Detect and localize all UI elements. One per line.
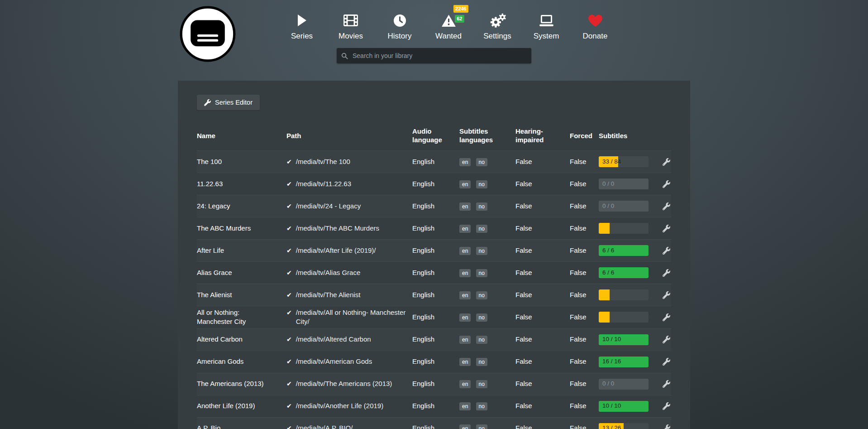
subtitles-languages-cell: en no bbox=[459, 424, 515, 429]
wrench-icon[interactable] bbox=[663, 336, 670, 343]
series-name[interactable]: Alias Grace bbox=[197, 268, 286, 277]
language-badge: no bbox=[476, 402, 487, 410]
bazarr-logo[interactable] bbox=[179, 5, 236, 63]
wrench-icon[interactable] bbox=[663, 225, 670, 232]
series-name[interactable]: Altered Carbon bbox=[197, 335, 286, 344]
subtitles-languages-cell: en no bbox=[459, 313, 515, 322]
wrench-icon[interactable] bbox=[663, 358, 670, 366]
subtitles-progress-fill bbox=[599, 312, 610, 323]
subtitles-progress-label: 6 / 6 bbox=[602, 246, 614, 255]
series-path-text: /media/tv/24 - Legacy bbox=[296, 202, 361, 211]
wrench-icon[interactable] bbox=[663, 202, 670, 210]
series-table: Name Path Audio language Subtitles langu… bbox=[197, 124, 671, 429]
wrench-icon[interactable] bbox=[663, 291, 670, 299]
column-header-name: Name bbox=[197, 132, 286, 140]
nav-item-system[interactable]: System bbox=[525, 11, 567, 41]
hearing-impaired-value: False bbox=[515, 424, 570, 429]
check-icon: ✔ bbox=[286, 424, 292, 429]
subtitles-cell: 6 / 6 bbox=[599, 245, 656, 256]
subtitles-progress-label: 10 / 10 bbox=[602, 335, 621, 343]
series-path-text: /media/tv/The 100 bbox=[296, 157, 350, 166]
series-name[interactable]: American Gods bbox=[197, 357, 286, 366]
heart-icon bbox=[588, 11, 602, 30]
forced-value: False bbox=[570, 179, 599, 188]
nav-item-movies[interactable]: Movies bbox=[330, 11, 372, 41]
wrench-icon[interactable] bbox=[663, 380, 670, 388]
table-row: American Gods ✔ /media/tv/American Gods … bbox=[197, 351, 671, 373]
table-row: The ABC Murders ✔ /media/tv/The ABC Murd… bbox=[197, 217, 671, 239]
check-icon: ✔ bbox=[286, 401, 292, 410]
language-badge: no bbox=[476, 225, 487, 233]
subtitles-progress: 33 / 84 bbox=[599, 156, 649, 167]
series-name[interactable]: The ABC Murders bbox=[197, 224, 286, 233]
row-actions bbox=[656, 380, 671, 388]
series-name[interactable]: After Life bbox=[197, 246, 286, 255]
series-name[interactable]: Another Life (2019) bbox=[197, 401, 286, 410]
check-icon: ✔ bbox=[286, 308, 292, 317]
clock-icon bbox=[393, 11, 406, 30]
wrench-icon[interactable] bbox=[663, 402, 670, 410]
subtitles-progress bbox=[599, 312, 649, 323]
series-name[interactable]: A.P. Bio bbox=[197, 424, 286, 429]
forced-value: False bbox=[570, 379, 599, 388]
language-badge: en bbox=[459, 269, 471, 277]
check-icon: ✔ bbox=[286, 246, 292, 255]
forced-value: False bbox=[570, 224, 599, 233]
series-name[interactable]: All or Nothing: Manchester City bbox=[197, 308, 286, 327]
series-name[interactable]: 24: Legacy bbox=[197, 202, 286, 211]
subtitles-progress-fill: 33 / 84 bbox=[599, 156, 618, 167]
subtitles-progress-label: 16 / 16 bbox=[602, 357, 621, 366]
subtitles-progress-fill bbox=[599, 223, 610, 234]
row-actions bbox=[656, 358, 671, 366]
language-badge: no bbox=[476, 269, 487, 277]
series-path-text: /media/tv/11.22.63 bbox=[296, 179, 351, 188]
series-path: ✔ /media/tv/24 - Legacy bbox=[286, 202, 412, 211]
subtitles-cell: 0 / 0 bbox=[599, 201, 656, 212]
row-actions bbox=[656, 225, 671, 232]
series-name[interactable]: The Americans (2013) bbox=[197, 379, 286, 388]
table-row: 24: Legacy ✔ /media/tv/24 - Legacy Engli… bbox=[197, 195, 671, 217]
hearing-impaired-value: False bbox=[515, 335, 570, 344]
language-badge: en bbox=[459, 180, 471, 188]
nav-item-series[interactable]: Series bbox=[281, 11, 323, 41]
subtitles-languages-cell: en no bbox=[459, 290, 515, 299]
series-editor-button[interactable]: Series Editor bbox=[197, 95, 260, 110]
wrench-icon[interactable] bbox=[663, 424, 670, 429]
subtitles-progress-label: 0 / 0 bbox=[602, 202, 614, 210]
row-actions bbox=[656, 180, 671, 188]
row-actions bbox=[656, 202, 671, 210]
search-input[interactable] bbox=[352, 52, 527, 60]
table-row: Another Life (2019) ✔ /media/tv/Another … bbox=[197, 395, 671, 417]
wrench-icon[interactable] bbox=[663, 158, 670, 166]
subtitles-progress: 10 / 10 bbox=[599, 334, 649, 345]
subtitles-languages-cell: en no bbox=[459, 268, 515, 277]
audio-language-value: English bbox=[412, 357, 459, 366]
nav-item-settings[interactable]: Settings bbox=[477, 11, 518, 41]
series-path: ✔ /media/tv/The 100 bbox=[286, 157, 412, 166]
nav-item-wanted[interactable]: 2246 62 Wanted bbox=[428, 11, 469, 41]
language-badge: no bbox=[476, 180, 487, 188]
series-path: ✔ /media/tv/Altered Carbon bbox=[286, 335, 412, 344]
series-path: ✔ /media/tv/The ABC Murders bbox=[286, 224, 412, 233]
wrench-icon[interactable] bbox=[663, 180, 670, 188]
subtitles-progress-fill: 10 / 10 bbox=[599, 401, 649, 412]
wrench-icon[interactable] bbox=[663, 269, 670, 277]
subtitles-progress-fill: 0 / 0 bbox=[599, 201, 649, 212]
forced-value: False bbox=[570, 401, 599, 410]
series-name[interactable]: The Alienist bbox=[197, 290, 286, 299]
subtitles-cell: 6 / 6 bbox=[599, 267, 656, 278]
nav-item-history[interactable]: History bbox=[379, 11, 420, 41]
series-name[interactable]: The 100 bbox=[197, 157, 286, 166]
row-actions bbox=[656, 402, 671, 410]
subtitles-progress-label: 10 / 10 bbox=[602, 402, 621, 410]
language-badge: no bbox=[476, 202, 487, 211]
subtitles-progress bbox=[599, 223, 649, 234]
series-name[interactable]: 11.22.63 bbox=[197, 179, 286, 188]
check-icon: ✔ bbox=[286, 290, 292, 299]
wrench-icon[interactable] bbox=[663, 247, 670, 255]
subtitles-cell: 0 / 0 bbox=[599, 178, 656, 189]
wrench-icon[interactable] bbox=[663, 313, 670, 321]
nav-item-donate[interactable]: Donate bbox=[574, 11, 616, 41]
audio-language-value: English bbox=[412, 179, 459, 188]
subtitles-progress: 6 / 6 bbox=[599, 267, 649, 278]
